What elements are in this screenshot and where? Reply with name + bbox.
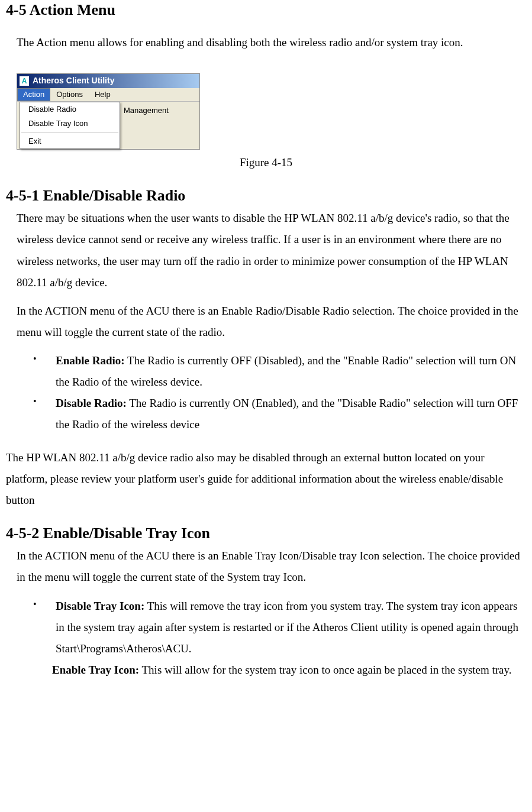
menu-help[interactable]: Help (89, 88, 117, 101)
menu-action[interactable]: Action (17, 88, 50, 101)
bullet-disable-tray: Disable Tray Icon: This will remove the … (6, 596, 526, 659)
bullet-enable-radio-text: The Radio is currently OFF (Disabled), a… (56, 354, 516, 388)
bullet-enable-radio: Enable Radio: The Radio is currently OFF… (6, 350, 526, 393)
bullet-enable-tray-wrapper: Enable Tray Icon: This will allow for th… (17, 659, 526, 681)
window-titlebar: A Atheros Client Utility (17, 74, 199, 88)
bullet-disable-radio: Disable Radio: The Radio is currently ON… (6, 393, 526, 435)
bullet-enable-radio-label: Enable Radio: (56, 354, 125, 367)
intro-paragraph: The Action menu allows for enabling and … (17, 32, 526, 53)
bullet-disable-tray-label: Disable Tray Icon: (56, 600, 144, 612)
menubar: Action Options Help (17, 88, 199, 102)
action-dropdown: Disable Radio Disable Tray Icon Exit (20, 102, 120, 150)
menu-item-disable-radio[interactable]: Disable Radio (20, 102, 120, 117)
heading-action-menu: 4-5 Action Menu (6, 0, 526, 20)
menu-item-disable-tray[interactable]: Disable Tray Icon (20, 117, 120, 131)
menu-item-exit[interactable]: Exit (20, 134, 120, 148)
bullet-list-radio: Enable Radio: The Radio is currently OFF… (6, 350, 526, 435)
paragraph-451-1: There may be situations when the user wa… (17, 208, 526, 293)
screenshot-window: A Atheros Client Utility Action Options … (17, 73, 200, 150)
tab-management[interactable]: Management (120, 102, 172, 150)
window-title: Atheros Client Utility (33, 75, 114, 87)
bullet-enable-tray-label: Enable Tray Icon: (52, 664, 139, 676)
app-icon: A (20, 76, 29, 86)
figure-caption: Figure 4-15 (6, 152, 526, 173)
bullet-enable-tray: Enable Tray Icon: This will allow for th… (17, 659, 526, 681)
heading-enable-disable-tray: 4-5-2 Enable/Disable Tray Icon (6, 523, 526, 544)
paragraph-452-1: In the ACTION menu of the ACU there is a… (17, 545, 526, 588)
bullet-disable-radio-label: Disable Radio: (56, 397, 127, 409)
menu-options[interactable]: Options (50, 88, 89, 101)
paragraph-451-2: In the ACTION menu of the ACU there is a… (17, 300, 526, 343)
menu-separator (21, 132, 118, 133)
paragraph-451-3: The HP WLAN 802.11 a/b/g device radio al… (6, 447, 526, 511)
bullet-enable-tray-text: This will allow for the system tray icon… (139, 664, 511, 676)
bullet-list-tray: Disable Tray Icon: This will remove the … (6, 596, 526, 659)
heading-enable-disable-radio: 4-5-1 Enable/Disable Radio (6, 186, 526, 206)
window-content: Disable Radio Disable Tray Icon Exit Man… (17, 102, 199, 150)
